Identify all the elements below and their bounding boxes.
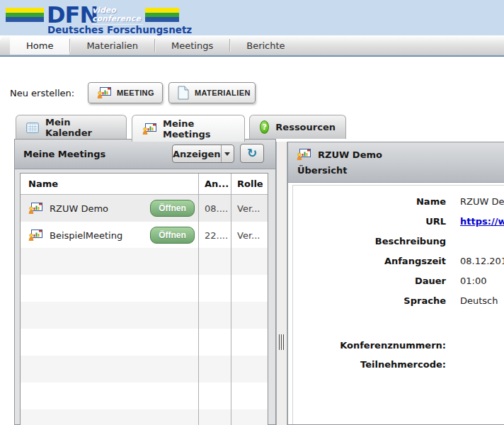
meetings-panel-header: Meine Meetings Anzeigen ↻ xyxy=(15,140,275,169)
detail-content: Name RZUW Demo URL https://w Beschreibun… xyxy=(292,185,504,424)
nav-item-materialien[interactable]: Materialien xyxy=(70,36,154,55)
column-divider xyxy=(231,174,231,425)
tab-label: Ressourcen xyxy=(275,122,336,132)
brand-stripes-right-icon xyxy=(145,8,179,22)
refresh-button[interactable]: ↻ xyxy=(240,144,264,163)
field-value-name: RZUW Demo xyxy=(460,196,504,207)
refresh-icon: ↻ xyxy=(247,147,257,159)
field-row-anfangszeit: Anfangszeit 08.12.2010 xyxy=(293,251,504,271)
field-row-url: URL https://w xyxy=(293,211,504,231)
anzeigen-button-label[interactable]: Anzeigen xyxy=(173,145,221,162)
meeting-icon xyxy=(297,149,311,160)
field-value-sprache: Deutsch xyxy=(460,295,498,306)
column-header-rolle[interactable]: Rolle xyxy=(231,178,268,189)
field-value-anfangszeit: 08.12.2010 xyxy=(460,256,504,266)
column-divider xyxy=(198,174,199,425)
field-label: Dauer xyxy=(293,276,446,286)
open-meeting-button[interactable]: Öffnen xyxy=(150,200,195,217)
field-label: Sprache xyxy=(293,295,446,306)
nav-underline xyxy=(0,55,504,57)
meeting-icon xyxy=(28,203,42,214)
meeting-icon xyxy=(97,87,111,98)
meeting-role: Ver... xyxy=(231,230,268,241)
logo-video-line: video xyxy=(92,6,143,15)
teilnehmercode-row: Teilnehmercode: xyxy=(293,355,504,374)
meeting-role: Ver... xyxy=(231,203,268,214)
meetings-panel-title: Meine Meetings xyxy=(23,149,105,159)
meetings-panel: Meine Meetings Anzeigen ↻ Name An... Rol… xyxy=(14,139,276,425)
app-header: DFN video conference Deutsches Forschung… xyxy=(0,0,504,35)
detail-panel-subtitle: Übersicht xyxy=(288,160,504,176)
detail-panel-header: RZUW Demo Übersicht xyxy=(288,142,504,183)
drag-handle-icon xyxy=(279,334,285,350)
new-materials-button[interactable]: MATERIALIEN xyxy=(168,82,256,103)
field-label: Anfangszeit xyxy=(293,256,446,266)
meeting-url-link[interactable]: https://w xyxy=(460,216,504,227)
calendar-icon xyxy=(26,122,39,133)
tab-meine-meetings[interactable]: Meine Meetings xyxy=(132,115,245,142)
brand-subtitle: Deutsches Forschungsnetz xyxy=(47,24,192,35)
meetings-table: Name An... Rolle RZUW Demo xyxy=(20,173,268,425)
column-header-name[interactable]: Name xyxy=(21,178,198,189)
field-row-dauer: Dauer 01:00 xyxy=(293,271,504,290)
nav-item-berichte[interactable]: Berichte xyxy=(230,36,301,55)
brand-stripes-left-icon xyxy=(6,8,44,22)
meeting-detail-panel: RZUW Demo Übersicht Name RZUW Demo URL h… xyxy=(287,142,504,425)
field-row-name: Name RZUW Demo xyxy=(293,191,504,211)
field-label: URL xyxy=(293,216,446,227)
detail-panel-title: RZUW Demo xyxy=(318,149,382,160)
column-header-anfang[interactable]: An... xyxy=(198,178,231,189)
field-value-dauer: 01:00 xyxy=(460,276,486,286)
document-icon xyxy=(178,86,189,100)
tab-label: Mein Kalender xyxy=(45,117,116,138)
main-nav: Home Materialien Meetings Berichte xyxy=(0,35,504,55)
meeting-start: 08.... xyxy=(198,203,231,214)
new-meeting-button[interactable]: MEETING xyxy=(88,82,163,103)
logo-conference-line: conference xyxy=(92,15,143,23)
field-label: Beschreibung xyxy=(293,236,446,246)
meeting-icon xyxy=(28,230,42,241)
konferenznummern-row: Konferenznummern: xyxy=(293,336,504,355)
new-materials-label: MATERIALIEN xyxy=(195,89,251,97)
videoconference-logo-text: video conference xyxy=(92,6,143,25)
meeting-icon xyxy=(142,123,156,135)
chevron-down-icon xyxy=(224,152,230,156)
anzeigen-split-button[interactable]: Anzeigen xyxy=(172,144,234,163)
help-icon: ? xyxy=(260,120,269,134)
anzeigen-dropdown-toggle[interactable] xyxy=(221,145,234,162)
meeting-name: BeispielMeeting xyxy=(50,230,122,241)
nav-item-home[interactable]: Home xyxy=(10,36,69,55)
tab-mein-kalender[interactable]: Mein Kalender xyxy=(16,115,127,139)
tab-ressourcen[interactable]: ? Ressourcen xyxy=(249,115,346,139)
field-row-beschreibung: Beschreibung xyxy=(293,231,504,251)
field-label: Name xyxy=(293,196,446,207)
meeting-name: RZUW Demo xyxy=(50,203,108,214)
field-row-sprache: Sprache Deutsch xyxy=(293,290,504,310)
new-meeting-label: MEETING xyxy=(117,89,154,97)
konferenznummern-label: Konferenznummern: xyxy=(293,340,446,351)
teilnehmercode-label: Teilnehmercode: xyxy=(293,359,446,370)
nav-item-meetings[interactable]: Meetings xyxy=(155,36,229,55)
tab-label: Meine Meetings xyxy=(163,118,234,140)
app-root: { "header": { "logo_dfn": "DFN", "logo_v… xyxy=(0,0,504,425)
meeting-start: 22.... xyxy=(198,230,231,241)
panel-splitter[interactable] xyxy=(276,142,287,425)
create-new-label: Neu erstellen: xyxy=(10,88,74,98)
open-meeting-button[interactable]: Öffnen xyxy=(150,227,195,244)
